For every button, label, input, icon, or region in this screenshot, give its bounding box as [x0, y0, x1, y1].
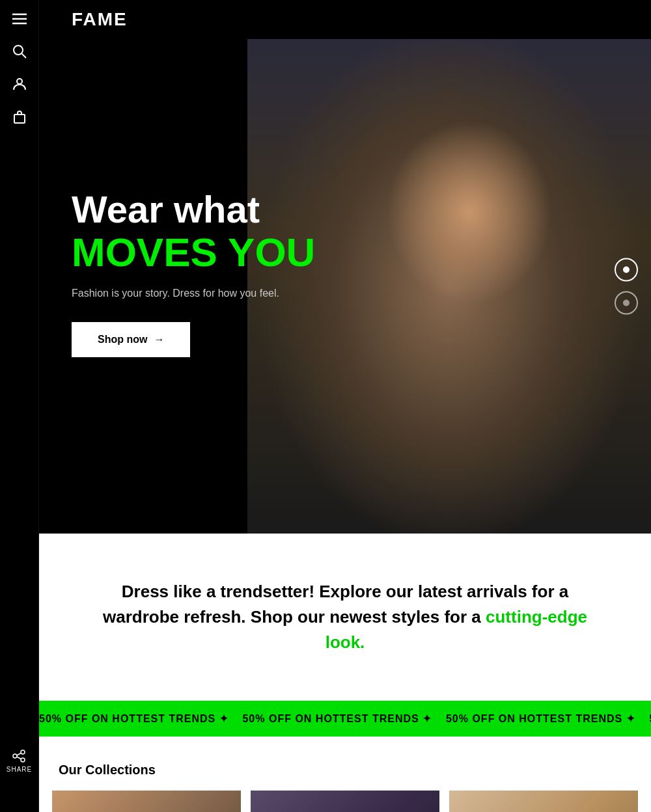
collections-title: Our Collections: [52, 763, 638, 778]
banner-text: Dress like a trendsetter! Explore our la…: [91, 579, 599, 655]
share-icon[interactable]: [12, 749, 26, 763]
user-icon[interactable]: [12, 77, 27, 91]
carousel-dot-1[interactable]: [615, 258, 638, 282]
share-label: SHARE: [7, 766, 32, 773]
share-section: SHARE: [7, 749, 32, 773]
brand-logo[interactable]: FAME: [72, 9, 128, 30]
header: FAME: [39, 0, 651, 39]
svg-line-11: [17, 757, 21, 759]
svg-point-5: [17, 79, 22, 84]
shop-now-button[interactable]: Shop now →: [72, 322, 190, 357]
svg-point-3: [14, 46, 23, 55]
ticker-content: 50% OFF ON HOTTEST TRENDS ✦ 50% OFF ON H…: [39, 712, 651, 725]
svg-rect-6: [14, 115, 25, 123]
collections-section: Our Collections: [39, 737, 651, 812]
svg-line-10: [17, 753, 21, 756]
collection-card-2[interactable]: [251, 791, 439, 812]
main-content: Wear what MOVES YOU Fashion is your stor…: [39, 0, 651, 812]
collections-grid: [52, 791, 638, 812]
menu-icon[interactable]: [12, 13, 27, 25]
search-icon[interactable]: [12, 44, 27, 59]
hero-text-block: Wear what MOVES YOU Fashion is your stor…: [72, 189, 315, 357]
svg-point-7: [21, 750, 25, 754]
svg-point-9: [21, 758, 25, 762]
banner-section: Dress like a trendsetter! Explore our la…: [39, 534, 651, 701]
hero-section: Wear what MOVES YOU Fashion is your stor…: [39, 39, 651, 534]
hero-subtitle: Fashion is your story. Dress for how you…: [72, 288, 315, 299]
carousel-dot-2[interactable]: [615, 291, 638, 315]
svg-line-4: [21, 54, 26, 59]
collection-card-3[interactable]: [449, 791, 638, 812]
carousel-dots: [615, 258, 638, 315]
bag-icon[interactable]: [12, 109, 27, 124]
hero-title-white: Wear what: [72, 189, 315, 230]
ticker-bar: 50% OFF ON HOTTEST TRENDS ✦ 50% OFF ON H…: [39, 701, 651, 737]
sidebar: SHARE: [0, 0, 39, 812]
collection-card-1[interactable]: [52, 791, 241, 812]
hero-title-green: MOVES YOU: [72, 230, 315, 275]
svg-point-8: [13, 754, 17, 758]
